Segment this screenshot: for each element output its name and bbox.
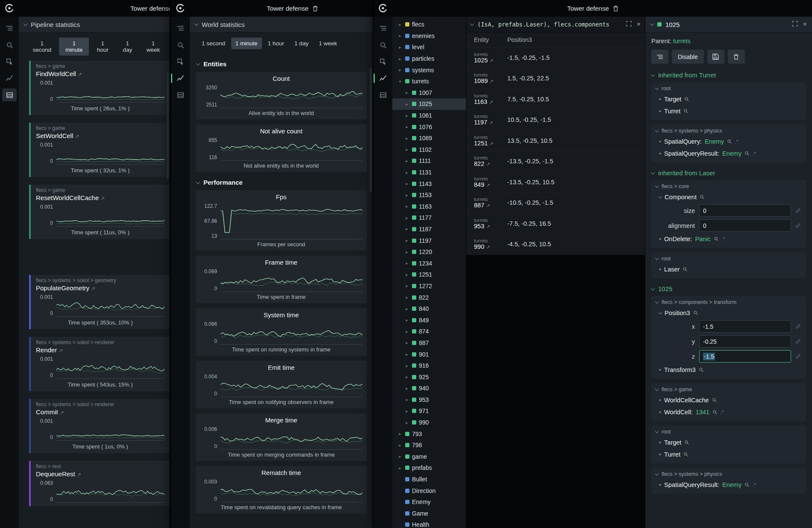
tag-SpatialQueryResult[interactable]: •SpatialQueryResult:Enemy.*: [656, 147, 802, 159]
tree-item-1089[interactable]: ▸1089: [392, 133, 466, 144]
tree-item-1234[interactable]: ▸1234: [392, 257, 466, 269]
query-icon[interactable]: [744, 482, 750, 487]
tag-value[interactable]: Enemy: [705, 138, 724, 145]
expand-arrow-icon[interactable]: ▸: [404, 352, 409, 357]
field-input-z[interactable]: -1.5: [699, 350, 791, 363]
expand-arrow-icon[interactable]: ▸: [404, 193, 409, 198]
tree-item-1272[interactable]: ▸1272: [392, 280, 466, 292]
tag-value[interactable]: Panic: [695, 236, 710, 242]
trash-icon[interactable]: [613, 6, 618, 12]
expand-arrow-icon[interactable]: ▸: [404, 250, 409, 254]
time-range-1-second[interactable]: 1 second: [26, 38, 57, 56]
tree-item-prefabs[interactable]: ▸prefabs: [392, 462, 466, 474]
query-icon[interactable]: [684, 97, 689, 102]
tree-item-1251[interactable]: ▸1251: [392, 269, 466, 280]
expand-arrow-icon[interactable]: ▸: [404, 204, 409, 209]
stats-view-icon[interactable]: [376, 88, 390, 101]
module-path[interactable]: flecs > game: [656, 385, 802, 394]
system-name-link[interactable]: DequeueRest ↗: [36, 470, 165, 478]
query-icon[interactable]: [712, 410, 718, 415]
tree-item-1197[interactable]: ▸1197: [392, 235, 466, 246]
expand-arrow-icon[interactable]: ▸: [404, 283, 409, 288]
expand-arrow-icon[interactable]: ▸: [404, 261, 409, 265]
expand-arrow-icon[interactable]: ▸: [397, 443, 403, 448]
query-icon[interactable]: [699, 367, 704, 372]
tree-view-icon[interactable]: [2, 22, 17, 35]
entity-link[interactable]: 1197 ↗: [474, 119, 507, 126]
entity-link[interactable]: 1025 ↗: [474, 57, 507, 64]
expand-arrow-icon[interactable]: ▸: [397, 454, 403, 459]
expand-arrow-icon[interactable]: ▾: [397, 79, 403, 84]
search-icon[interactable]: [2, 38, 17, 51]
tree-item-793[interactable]: ▸793: [392, 428, 466, 440]
tree-item-1163[interactable]: ▸1163: [392, 201, 466, 212]
hierarchy-button[interactable]: [651, 50, 668, 64]
expand-arrow-icon[interactable]: ▸: [397, 45, 403, 50]
expand-arrow-icon[interactable]: ▸: [404, 227, 409, 231]
entity-link[interactable]: 1089 ↗: [474, 77, 507, 84]
tree-item-flecs[interactable]: ▸flecs: [392, 19, 466, 30]
stats-view-icon[interactable]: [2, 88, 17, 101]
expand-arrow-icon[interactable]: ▸: [404, 147, 409, 152]
tree-item-turrets[interactable]: ▾turrets: [392, 76, 466, 87]
expand-arrow-icon[interactable]: ▸: [397, 466, 403, 470]
tree-item-game[interactable]: ▸game: [392, 451, 466, 463]
entity-link[interactable]: 1163 ↗: [474, 98, 507, 105]
tree-item-1076[interactable]: ▸1076: [392, 121, 466, 133]
chart-view-icon[interactable]: [376, 72, 390, 85]
expand-arrow-icon[interactable]: ▸: [404, 318, 409, 322]
query-icon[interactable]: [744, 151, 750, 156]
time-range-1-week[interactable]: 1 week: [315, 38, 341, 49]
tree-item-1131[interactable]: ▸1131: [392, 167, 466, 178]
component-Component[interactable]: Component: [656, 191, 802, 203]
entity-link[interactable]: 822 ↗: [474, 160, 507, 167]
expand-icon[interactable]: [792, 21, 798, 28]
time-range-1-day[interactable]: 1 day: [117, 38, 139, 56]
time-range-1-day[interactable]: 1 day: [290, 38, 313, 49]
tree-item-Direction[interactable]: Direction: [392, 485, 466, 496]
tree-item-1025[interactable]: ▸1025: [392, 98, 466, 110]
tree-item-901[interactable]: ▸901: [392, 348, 466, 360]
inspect-icon[interactable]: [2, 55, 17, 68]
inspector-section-title[interactable]: inherited from Laser: [651, 169, 806, 177]
expand-arrow-icon[interactable]: ▸: [404, 272, 409, 277]
component-Position3[interactable]: Position3: [656, 307, 802, 319]
tree-item-1007[interactable]: ▸1007: [392, 87, 466, 99]
system-name-link[interactable]: FindWorldCell ↗: [36, 70, 165, 77]
tag-Transform3[interactable]: •Transform3: [656, 364, 802, 376]
chart-view-icon[interactable]: [2, 72, 17, 85]
tree-item-887[interactable]: ▸887: [392, 337, 466, 349]
tree-item-particles[interactable]: ▸particles: [392, 53, 466, 65]
system-name-link[interactable]: PopulateGeometry ↗: [36, 284, 165, 292]
entity-link[interactable]: 953 ↗: [474, 223, 507, 230]
module-path[interactable]: flecs > core: [656, 182, 802, 191]
tree-item-874[interactable]: ▸874: [392, 326, 466, 337]
scrollbar-thumb[interactable]: [370, 68, 372, 192]
inspector-section-title[interactable]: inherited from Turret: [651, 71, 806, 79]
close-icon[interactable]: ×: [637, 21, 641, 28]
tree-item-Health[interactable]: Health: [392, 519, 466, 528]
chart-view-icon[interactable]: [173, 72, 188, 85]
expand-arrow-icon[interactable]: ▸: [404, 295, 409, 300]
expand-arrow-icon[interactable]: ▸: [397, 431, 403, 436]
scrollbar-thumb[interactable]: [167, 72, 169, 179]
edit-pencil-icon[interactable]: [795, 354, 801, 359]
chevron-down-icon[interactable]: [194, 22, 199, 26]
expand-arrow-icon[interactable]: ▸: [404, 340, 409, 345]
field-input-alignment[interactable]: [699, 219, 791, 232]
search-icon[interactable]: [173, 38, 188, 51]
module-path[interactable]: root: [656, 254, 802, 263]
tag-Target[interactable]: •Target: [656, 93, 802, 105]
expand-arrow-icon[interactable]: ▸: [404, 215, 409, 220]
query-expression[interactable]: (IsA, prefabs.Laser), flecs.components: [477, 21, 622, 28]
inspect-icon[interactable]: [376, 55, 390, 68]
tree-item-822[interactable]: ▸822: [392, 292, 466, 303]
inspect-icon[interactable]: [173, 55, 188, 68]
tag-Laser[interactable]: •Laser: [656, 263, 802, 275]
time-range-1-minute[interactable]: 1 minute: [231, 38, 262, 49]
tree-item-925[interactable]: ▸925: [392, 371, 466, 383]
query-icon[interactable]: [712, 398, 717, 403]
search-icon[interactable]: [376, 38, 390, 51]
tree-item-849[interactable]: ▸849: [392, 314, 466, 326]
section-header-entities[interactable]: Entities: [197, 60, 373, 68]
